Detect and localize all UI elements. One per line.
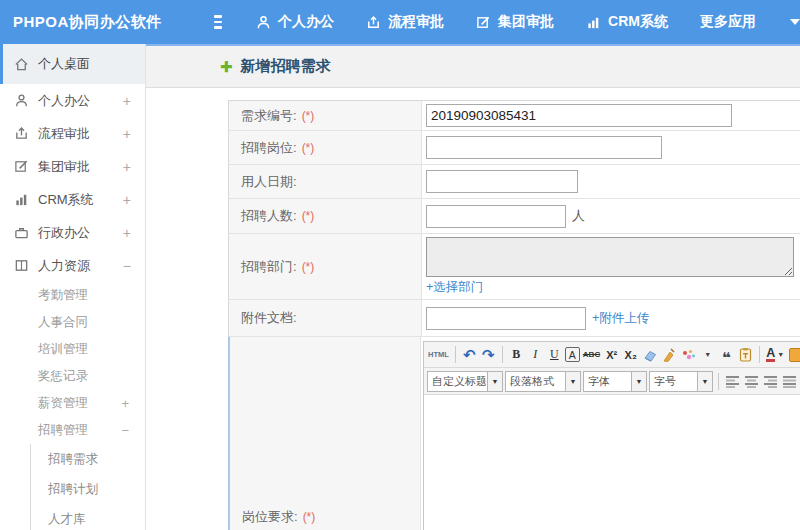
- select-department-link[interactable]: +选择部门: [426, 279, 800, 296]
- bar-chart-icon: [13, 192, 29, 208]
- app-logo: PHPOA协同办公软件: [0, 13, 162, 32]
- headcount-unit: 人: [572, 207, 585, 225]
- field-label: 招聘部门: (*): [229, 234, 422, 299]
- hamburger-menu-icon[interactable]: [214, 15, 222, 29]
- subscript-button[interactable]: X₂: [622, 345, 639, 365]
- italic-button[interactable]: I: [527, 345, 544, 365]
- font-style-button[interactable]: A: [565, 347, 580, 362]
- font-size-select[interactable]: 字号▼: [649, 371, 713, 392]
- expand-toggle[interactable]: +: [123, 159, 131, 175]
- attachment-input[interactable]: [426, 307, 586, 330]
- nav-personal-office[interactable]: 个人办公: [256, 13, 334, 31]
- hire-date-input[interactable]: [426, 170, 578, 193]
- chevron-down-icon[interactable]: ▼: [699, 345, 716, 365]
- sidebar-item-crm-system[interactable]: CRM系统 +: [0, 183, 145, 216]
- sidebar-item-admin-office[interactable]: 行政办公 +: [0, 216, 145, 249]
- eraser-icon[interactable]: [641, 345, 659, 365]
- broom-icon[interactable]: [661, 345, 678, 365]
- sidebar-item-process-approval[interactable]: 流程审批 +: [0, 117, 145, 150]
- font-family-select[interactable]: 字体▼: [583, 371, 647, 392]
- bar-chart-icon: [586, 15, 601, 30]
- sidebar-item-group-approval[interactable]: 集团审批 +: [0, 150, 145, 183]
- nav-process-approval[interactable]: 流程审批: [366, 13, 444, 31]
- highlight-color-icon[interactable]: [787, 345, 800, 365]
- main-content: ✚ 新增招聘需求 需求编号: (*) 招聘岗位: (*): [146, 44, 800, 530]
- field-label: 岗位要求: (*): [230, 337, 421, 530]
- process-approval-icon: [13, 126, 29, 142]
- required-marker: (*): [302, 141, 315, 155]
- toolbar-separator: [502, 346, 503, 363]
- chevron-down-icon: ▼: [777, 351, 784, 358]
- field-label: 招聘人数: (*): [229, 199, 422, 233]
- sidebar-subsubitem-recruit-demand[interactable]: 招聘需求: [31, 444, 145, 474]
- align-right-icon[interactable]: [762, 371, 779, 391]
- color-splatter-icon[interactable]: [680, 345, 697, 365]
- field-label: 用人日期:: [229, 165, 422, 198]
- superscript-button[interactable]: X²: [603, 345, 620, 365]
- blockquote-button[interactable]: ❝: [718, 345, 735, 365]
- headcount-input[interactable]: [426, 205, 566, 228]
- paste-icon[interactable]: [737, 345, 754, 365]
- sidebar-subitem-salary[interactable]: 薪资管理+: [0, 390, 145, 417]
- sidebar-item-human-resources[interactable]: 人力资源 −: [0, 249, 145, 282]
- chevron-down-icon: ▼: [565, 372, 580, 391]
- chevron-down-icon: ▼: [631, 372, 646, 391]
- chevron-down-icon: ▼: [487, 372, 502, 391]
- form-row-position: 招聘岗位: (*): [229, 131, 800, 165]
- top-header: PHPOA协同办公软件 个人办公 流程审批 集团审批 CRM系统 更多应用: [0, 0, 800, 44]
- redo-button[interactable]: ↷: [480, 345, 497, 365]
- sidebar-subitem-rewards[interactable]: 奖惩记录: [0, 363, 145, 390]
- expand-toggle[interactable]: +: [123, 126, 131, 142]
- form-row-job-requirements: 岗位要求: (*) HTML ↶ ↷ B I U: [228, 337, 800, 530]
- sidebar-item-personal-office[interactable]: 个人办公 +: [0, 84, 145, 117]
- form-row-headcount: 招聘人数: (*) 人: [229, 199, 800, 234]
- department-textarea[interactable]: [426, 237, 794, 277]
- request-number-input[interactable]: [426, 104, 732, 127]
- editor-content-area[interactable]: [424, 395, 800, 530]
- sidebar-subsubitem-recruit-plan[interactable]: 招聘计划: [31, 474, 145, 504]
- person-icon: [13, 93, 29, 109]
- strikethrough-button[interactable]: ABC: [582, 345, 601, 365]
- sidebar-subitem-recruitment[interactable]: 招聘管理−: [0, 417, 145, 444]
- position-input[interactable]: [426, 136, 662, 159]
- edit-square-icon: [13, 159, 29, 175]
- home-icon: [13, 56, 29, 72]
- undo-button[interactable]: ↶: [461, 345, 478, 365]
- form-row-department: 招聘部门: (*) +选择部门: [229, 234, 800, 300]
- html-source-button[interactable]: HTML: [427, 345, 450, 365]
- expand-toggle[interactable]: +: [123, 93, 131, 109]
- chevron-down-icon: ▼: [697, 372, 712, 391]
- paragraph-format-select[interactable]: 段落格式▼: [505, 371, 581, 392]
- nav-group-approval[interactable]: 集团审批: [476, 13, 554, 31]
- underline-button[interactable]: U: [546, 345, 563, 365]
- sidebar-subitem-attendance[interactable]: 考勤管理: [0, 282, 145, 309]
- attachment-upload-link[interactable]: +附件上传: [592, 310, 649, 327]
- expand-toggle[interactable]: +: [123, 225, 131, 241]
- required-marker: (*): [303, 510, 316, 524]
- sidebar-item-personal-desktop[interactable]: 个人桌面: [0, 44, 145, 84]
- sidebar-subitem-hr-contract[interactable]: 人事合同: [0, 309, 145, 336]
- font-color-button[interactable]: A▼: [765, 345, 785, 365]
- page-title: 新增招聘需求: [241, 57, 331, 76]
- align-left-icon[interactable]: [724, 371, 741, 391]
- nav-more-apps[interactable]: 更多应用: [700, 13, 756, 31]
- rich-text-editor: HTML ↶ ↷ B I U A ABC X² X₂: [423, 341, 800, 530]
- align-center-icon[interactable]: [743, 371, 760, 391]
- page-title-band: ✚ 新增招聘需求: [146, 44, 800, 88]
- expand-toggle[interactable]: +: [123, 192, 131, 208]
- sidebar-subsubitem-talent-pool[interactable]: 人才库: [31, 504, 145, 530]
- align-justify-icon[interactable]: [781, 371, 798, 391]
- form-row-hire-date: 用人日期:: [229, 165, 800, 199]
- collapse-toggle[interactable]: −: [121, 423, 129, 438]
- collapse-toggle[interactable]: −: [123, 258, 131, 274]
- recruitment-request-form: 需求编号: (*) 招聘岗位: (*) 用人日期:: [228, 100, 800, 530]
- heading-select[interactable]: 自定义标题▼: [427, 371, 503, 392]
- chevron-down-icon[interactable]: [790, 19, 800, 25]
- nav-crm-system[interactable]: CRM系统: [586, 13, 668, 31]
- field-label: 附件文档:: [229, 300, 422, 336]
- field-label: 需求编号: (*): [229, 101, 422, 130]
- sidebar-subitem-training[interactable]: 培训管理: [0, 336, 145, 363]
- expand-toggle[interactable]: +: [121, 396, 129, 411]
- bold-button[interactable]: B: [508, 345, 525, 365]
- editor-toolbar-row2: 自定义标题▼ 段落格式▼ 字体▼ 字号▼: [424, 368, 800, 395]
